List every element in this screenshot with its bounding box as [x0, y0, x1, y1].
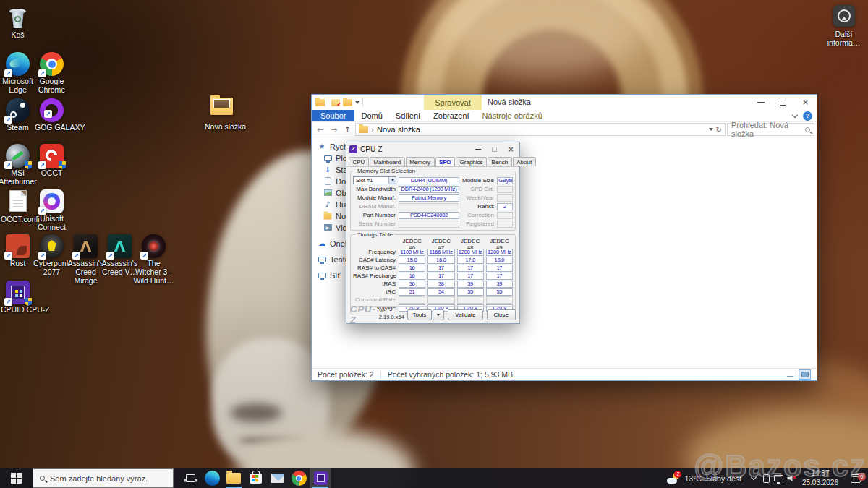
tab-mainboard[interactable]: Mainboard	[370, 157, 405, 166]
tab-memory[interactable]: Memory	[406, 157, 435, 166]
thumbnail-view-button[interactable]	[799, 369, 811, 380]
sidebar-item-sit[interactable]: Síť	[318, 270, 341, 281]
details-view-button[interactable]	[784, 369, 796, 380]
qat-dropdown-icon[interactable]	[355, 101, 359, 104]
ribbon-collapse-icon[interactable]	[792, 111, 798, 117]
shortcut-arrow-icon: ↗	[140, 252, 148, 260]
tab-domu[interactable]: Domů	[354, 110, 388, 121]
part-number-field: PSD44G240082	[399, 212, 459, 219]
search-input[interactable]: Prohledat: Nová složka	[727, 123, 814, 136]
breadcrumb-chevron-icon: ›	[371, 126, 374, 134]
taskbar-explorer[interactable]	[223, 468, 244, 488]
taskbar-store[interactable]	[244, 468, 266, 488]
taskbar-mail[interactable]	[266, 468, 288, 488]
monitor-icon	[774, 475, 783, 481]
timing-cell	[399, 296, 425, 304]
tab-nastroje-obrazku[interactable]: Nástroje obrázků	[476, 110, 549, 121]
desktop-icon-gog-galaxy[interactable]: ↗ GOG GALAXY	[35, 98, 69, 132]
icon-label: The Witcher 3 - Wild Hunt…	[134, 260, 174, 285]
icon-label: Koš	[1, 31, 35, 40]
device-icon	[763, 474, 770, 483]
documents-icon	[323, 177, 332, 186]
timing-cell: 17	[486, 265, 513, 272]
address-bar[interactable]: › Nová složka ↻	[355, 123, 726, 136]
validate-button[interactable]: Validate	[448, 309, 482, 320]
desktop-icon-spotlight-info[interactable]: Další informa…	[827, 4, 861, 48]
tab-spd[interactable]: SPD	[435, 157, 455, 166]
tab-soubor[interactable]: Soubor	[312, 110, 354, 121]
desktop-icon-occt[interactable]: ↗ OCCT	[35, 144, 69, 178]
desktop-icon-recycle-bin[interactable]: Koš	[1, 6, 35, 40]
desktop-icon-edge[interactable]: ↗ Microsoft Edge	[1, 52, 35, 95]
desktop-icon-rust[interactable]: ↗ Rust	[1, 234, 35, 268]
maximize-button[interactable]	[772, 95, 794, 110]
slot-select[interactable]: Slot #1	[353, 176, 396, 184]
start-button[interactable]	[0, 468, 33, 488]
desktop-icon-ac-valhalla[interactable]: Λ↗ Assassin's Creed V…	[103, 234, 137, 277]
ac-valhalla-icon: Λ↗	[108, 234, 132, 258]
desktop-icon-ubisoft-connect[interactable]: ↗ Ubisoft Connect	[35, 189, 69, 232]
wallpaper-shape	[230, 403, 282, 422]
taskbar-edge[interactable]	[201, 468, 223, 488]
close-button[interactable]: ×	[794, 95, 817, 110]
rust-icon: ↗	[6, 234, 30, 258]
desktop-icon-occt-config[interactable]: OCCT.confi…	[1, 189, 35, 224]
close-button[interactable]: Close	[487, 309, 516, 320]
minimize-button[interactable]	[469, 142, 486, 155]
tab-graphics[interactable]: Graphics	[456, 157, 487, 166]
back-button[interactable]: ←	[314, 125, 326, 134]
close-button[interactable]: ×	[503, 142, 519, 155]
icon-label: OCCT.confi…	[1, 215, 35, 224]
search-placeholder: Prohledat: Nová složka	[731, 121, 802, 138]
tab-bench[interactable]: Bench	[488, 157, 512, 166]
tray-expand-button[interactable]	[748, 468, 760, 488]
minimize-button[interactable]	[749, 95, 772, 110]
tools-button[interactable]: Tools	[407, 309, 433, 320]
properties-icon[interactable]	[331, 99, 340, 106]
task-view-icon	[186, 474, 195, 482]
tray-volume-button[interactable]: ×	[785, 468, 797, 488]
taskbar-search-input[interactable]: Sem zadejte hledaný výraz.	[33, 468, 174, 488]
tab-zobrazeni[interactable]: Zobrazení	[427, 110, 476, 121]
folder-icon	[323, 212, 332, 221]
desktop-icon-cpuz[interactable]: ↗ CPUID CPU-Z	[1, 281, 35, 314]
weather-widget[interactable]: 2 13°C Slabý déšť	[661, 473, 748, 484]
tray-device-button[interactable]	[760, 468, 773, 488]
desktop-icon-chrome[interactable]: ↗ Google Chrome	[35, 52, 69, 95]
taskbar-chrome[interactable]	[288, 468, 310, 488]
search-placeholder: Sem zadejte hledaný výraz.	[50, 474, 148, 483]
up-button[interactable]: ↑	[341, 125, 354, 134]
selection-info: Počet vybraných položek: 1; 5,93 MB	[388, 370, 513, 379]
desktop-icon-nova-slozka[interactable]: Nová složka	[205, 93, 239, 132]
breadcrumb[interactable]: Nová složka	[377, 125, 420, 134]
desktop-icon-ac-mirage[interactable]: Λ↗ Assassin's Creed Mirage	[69, 234, 103, 285]
refresh-icon[interactable]: ↻	[716, 126, 722, 134]
desktop-icon-witcher3[interactable]: ↗ The Witcher 3 - Wild Hunt…	[137, 234, 171, 285]
new-folder-icon[interactable]	[343, 99, 352, 106]
desktop-icon-steam[interactable]: ↗ Steam	[1, 98, 35, 132]
tab-spravovat[interactable]: Spravovat	[424, 95, 482, 110]
address-dropdown-icon[interactable]	[709, 128, 713, 131]
tools-dropdown-icon[interactable]	[433, 309, 444, 320]
spd-ext-field	[497, 186, 513, 193]
tab-sdileni[interactable]: Sdílení	[389, 110, 427, 121]
notification-center-button[interactable]: 6	[843, 474, 868, 483]
spotlight-icon	[832, 5, 856, 29]
desktop-icon-cyberpunk[interactable]: ↗ Cyberpunk 2077	[35, 234, 69, 277]
forward-button[interactable]: →	[328, 125, 340, 134]
help-icon[interactable]: ?	[803, 111, 812, 121]
task-view-button[interactable]	[179, 468, 201, 488]
tab-about[interactable]: About	[513, 157, 536, 166]
time: 14:57	[802, 469, 838, 479]
desktop-icon-msi-afterburner[interactable]: ↗ MSI Afterburner	[1, 144, 35, 187]
tray-display-button[interactable]	[773, 468, 785, 488]
document-icon	[6, 190, 30, 214]
timing-cell: 51	[399, 288, 425, 296]
taskbar-cpuz[interactable]	[310, 468, 331, 488]
timing-cell	[486, 296, 513, 304]
onedrive-icon: ☁	[318, 239, 326, 248]
tab-cpu[interactable]: CPU	[349, 157, 369, 166]
clock[interactable]: 14:57 25.03.2026	[797, 469, 843, 487]
status-bar: Počet položek: 2 Počet vybraných položek…	[312, 368, 817, 380]
combo-dropdown-icon[interactable]	[388, 177, 396, 184]
